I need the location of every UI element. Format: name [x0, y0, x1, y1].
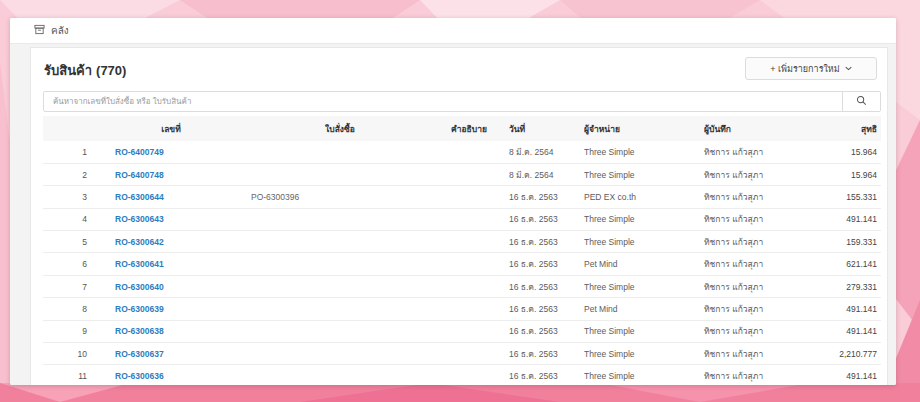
row-description: [429, 365, 509, 385]
row-vendor: Three Simple: [584, 231, 704, 253]
row-recorder: ทิชการ แก้วสุภา: [704, 253, 829, 275]
row-number-cell: RO-6300643: [91, 208, 251, 230]
row-vendor: Three Simple: [584, 320, 704, 342]
chevron-down-icon: [845, 66, 852, 71]
row-description: [429, 163, 509, 185]
row-description: [429, 343, 509, 365]
row-total: 491.141: [829, 365, 881, 385]
row-index: 7: [43, 275, 91, 297]
row-total: 2,210.777: [829, 343, 881, 365]
receipt-number-link[interactable]: RO-6300641: [115, 259, 164, 269]
receipt-number-link[interactable]: RO-6300644: [115, 192, 164, 202]
row-vendor: Three Simple: [584, 275, 704, 297]
row-date: 16 ธ.ค. 2563: [509, 208, 584, 230]
table-row: 8 RO-6300639 16 ธ.ค. 2563 Pet Mind ทิชกา…: [43, 298, 881, 320]
receipts-table: เลขที่ ใบสั่งซื้อ คำอธิบาย วันที่ ผู้จำห…: [43, 116, 881, 385]
record-count: (770): [96, 63, 126, 78]
row-index: 2: [43, 163, 91, 185]
row-total: 15.964: [829, 141, 881, 163]
row-description: [429, 208, 509, 230]
row-total: 279.331: [829, 275, 881, 297]
breadcrumb-label: คลัง: [51, 23, 69, 38]
breadcrumb-warehouse-tab[interactable]: คลัง: [34, 23, 69, 38]
row-number-cell: RO-6300640: [91, 275, 251, 297]
table-row: 2 RO-6400748 8 มี.ค. 2564 Three Simple ท…: [43, 163, 881, 185]
row-date: 8 มี.ค. 2564: [509, 163, 584, 185]
table-row: 11 RO-6300636 16 ธ.ค. 2563 Three Simple …: [43, 365, 881, 385]
receipt-number-link[interactable]: RO-6300640: [115, 282, 164, 292]
row-description: [429, 275, 509, 297]
row-index: 5: [43, 231, 91, 253]
row-total: 155.331: [829, 186, 881, 208]
col-description-header: คำอธิบาย: [429, 116, 509, 141]
row-index: 10: [43, 343, 91, 365]
row-number-cell: RO-6400749: [91, 141, 251, 163]
search-input[interactable]: [44, 92, 842, 111]
row-total: 491.141: [829, 208, 881, 230]
receipt-number-link[interactable]: RO-6300636: [115, 371, 164, 381]
row-recorder: ทิชการ แก้วสุภา: [704, 343, 829, 365]
row-description: [429, 186, 509, 208]
add-button-label: + เพิ่มรายการใหม่: [770, 62, 839, 76]
row-date: 16 ธ.ค. 2563: [509, 365, 584, 385]
row-date: 16 ธ.ค. 2563: [509, 298, 584, 320]
row-number-cell: RO-6300637: [91, 343, 251, 365]
row-vendor: Three Simple: [584, 163, 704, 185]
receipt-number-link[interactable]: RO-6300637: [115, 349, 164, 359]
row-recorder: ทิชการ แก้วสุภา: [704, 163, 829, 185]
row-po: PO-6300396: [251, 186, 429, 208]
row-number-cell: RO-6300642: [91, 231, 251, 253]
receipt-number-link[interactable]: RO-6300638: [115, 326, 164, 336]
row-index: 8: [43, 298, 91, 320]
row-po: [251, 163, 429, 185]
receipt-number-link[interactable]: RO-6400749: [115, 147, 164, 157]
search-bar: [43, 91, 881, 112]
row-vendor: PED EX co.th: [584, 186, 704, 208]
receipt-number-link[interactable]: RO-6300643: [115, 214, 164, 224]
row-index: 11: [43, 365, 91, 385]
row-description: [429, 231, 509, 253]
row-date: 16 ธ.ค. 2563: [509, 275, 584, 297]
row-number-cell: RO-6400748: [91, 163, 251, 185]
add-new-entry-button[interactable]: + เพิ่มรายการใหม่: [745, 57, 877, 80]
row-po: [251, 253, 429, 275]
receive-goods-card: รับสินค้า (770) + เพิ่มรายการใหม่: [30, 47, 888, 385]
row-vendor: Three Simple: [584, 365, 704, 385]
col-po-header: ใบสั่งซื้อ: [251, 116, 429, 141]
table-row: 7 RO-6300640 16 ธ.ค. 2563 Three Simple ท…: [43, 275, 881, 297]
row-index: 4: [43, 208, 91, 230]
row-vendor: Pet Mind: [584, 298, 704, 320]
row-number-cell: RO-6300644: [91, 186, 251, 208]
col-date-header: วันที่: [509, 116, 584, 141]
row-number-cell: RO-6300639: [91, 298, 251, 320]
col-number-header: เลขที่: [91, 116, 251, 141]
table-row: 1 RO-6400749 8 มี.ค. 2564 Three Simple ท…: [43, 141, 881, 163]
row-recorder: ทิชการ แก้วสุภา: [704, 186, 829, 208]
receipt-number-link[interactable]: RO-6300642: [115, 237, 164, 247]
row-recorder: ทิชการ แก้วสุภา: [704, 275, 829, 297]
row-total: 621.141: [829, 253, 881, 275]
table-row: 6 RO-6300641 16 ธ.ค. 2563 Pet Mind ทิชกา…: [43, 253, 881, 275]
table-row: 9 RO-6300638 16 ธ.ค. 2563 Three Simple ท…: [43, 320, 881, 342]
row-total: 159.331: [829, 231, 881, 253]
row-po: [251, 320, 429, 342]
row-vendor: Pet Mind: [584, 253, 704, 275]
receipt-number-link[interactable]: RO-6300639: [115, 304, 164, 314]
row-recorder: ทิชการ แก้วสุภา: [704, 365, 829, 385]
magnifier-icon: [856, 94, 867, 109]
row-po: [251, 365, 429, 385]
table-header-row: เลขที่ ใบสั่งซื้อ คำอธิบาย วันที่ ผู้จำห…: [43, 116, 881, 141]
search-button[interactable]: [842, 92, 880, 111]
row-number-cell: RO-6300641: [91, 253, 251, 275]
row-description: [429, 253, 509, 275]
archive-box-icon: [34, 24, 45, 37]
row-index: 6: [43, 253, 91, 275]
col-index-header: [43, 116, 91, 141]
row-date: 16 ธ.ค. 2563: [509, 253, 584, 275]
row-index: 9: [43, 320, 91, 342]
row-recorder: ทิชการ แก้วสุภา: [704, 231, 829, 253]
row-po: [251, 275, 429, 297]
receipt-number-link[interactable]: RO-6400748: [115, 170, 164, 180]
row-po: [251, 208, 429, 230]
row-description: [429, 298, 509, 320]
